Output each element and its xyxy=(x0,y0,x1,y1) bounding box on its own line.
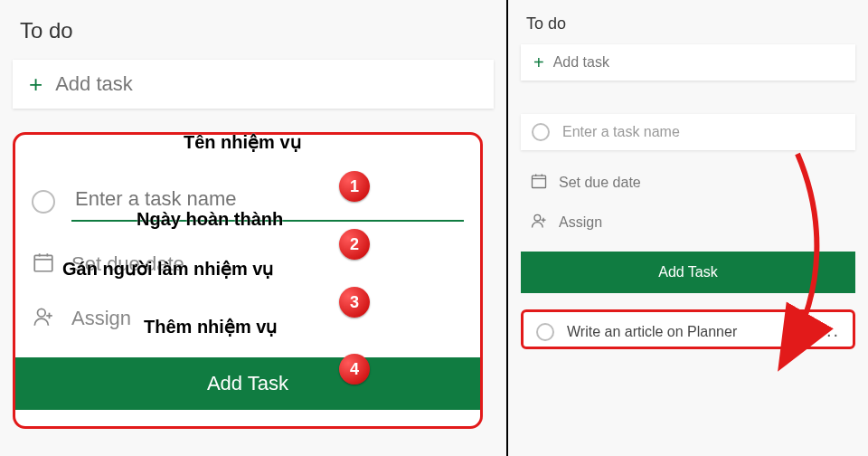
add-task-submit-button[interactable]: Add Task xyxy=(15,357,480,410)
task-complete-radio[interactable] xyxy=(32,190,55,214)
svg-rect-13 xyxy=(533,176,546,187)
task-complete-radio[interactable] xyxy=(536,323,554,341)
add-task-submit-label: Add Task xyxy=(207,372,288,395)
new-task-form-left: Set due date Assign Add Task Tên nhiệm v… xyxy=(13,132,483,429)
assign-label: Assign xyxy=(559,214,602,231)
calendar-icon xyxy=(530,172,548,194)
more-icon[interactable]: ... xyxy=(819,320,840,341)
task-name-input[interactable]: Enter a task name xyxy=(562,124,844,140)
new-task-form-right: Enter a task name Set due date Assign Ad… xyxy=(521,114,855,349)
plus-icon: + xyxy=(533,53,544,71)
task-name-row: Enter a task name xyxy=(521,114,855,150)
task-name-input[interactable] xyxy=(71,182,464,222)
plus-icon: + xyxy=(29,72,42,96)
due-date-button[interactable]: Set due date xyxy=(521,163,855,203)
svg-point-17 xyxy=(534,214,541,221)
add-task-label: Add task xyxy=(55,72,133,96)
annotation-task-name: Tên nhiệm vụ xyxy=(184,131,302,153)
add-task-submit-button[interactable]: Add Task xyxy=(521,252,855,293)
assign-button[interactable]: Assign xyxy=(71,307,131,330)
due-date-button[interactable]: Set due date xyxy=(71,252,184,276)
assign-button[interactable]: Assign xyxy=(521,203,855,242)
due-date-label: Set due date xyxy=(559,175,641,191)
task-complete-radio[interactable] xyxy=(532,123,550,141)
add-task-label: Add task xyxy=(553,54,609,71)
left-pane: To do + Add task Set due date xyxy=(0,0,506,456)
svg-rect-0 xyxy=(34,255,52,271)
calendar-icon xyxy=(32,251,55,278)
add-task-bar-right[interactable]: + Add task xyxy=(521,44,855,81)
add-task-submit-label: Add Task xyxy=(658,264,718,280)
add-task-bar-left[interactable]: + Add task xyxy=(13,60,494,109)
column-title-left: To do xyxy=(0,0,506,43)
assign-person-icon xyxy=(32,305,55,332)
right-pane: To do + Add task Enter a task name Set d… xyxy=(508,0,868,456)
task-title: Write an article on Planner xyxy=(567,324,737,340)
column-title-right: To do xyxy=(508,0,868,33)
assign-person-icon xyxy=(530,212,548,233)
svg-point-10 xyxy=(38,309,46,317)
task-card[interactable]: Write an article on Planner ... xyxy=(521,309,855,349)
